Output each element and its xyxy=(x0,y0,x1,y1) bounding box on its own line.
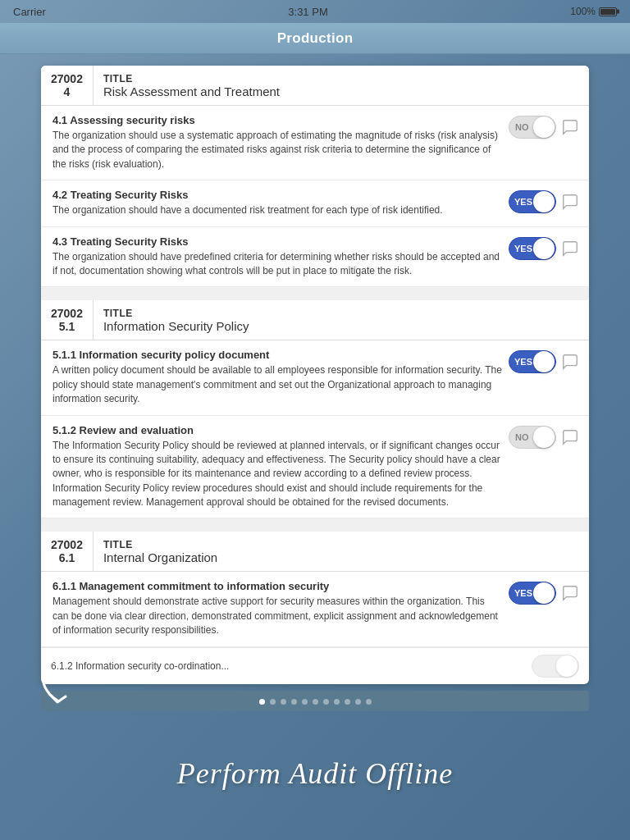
item-4-2-row: 4.2 Treating Security Risks The organiza… xyxy=(41,180,589,226)
item-4-1-toggle[interactable]: NO xyxy=(509,116,556,139)
item-4-1-row: 4.1 Assessing security risks The organiz… xyxy=(41,106,589,180)
item-4-2-toggle-label: YES xyxy=(514,197,532,207)
section-5-title-text: Information Security Policy xyxy=(103,319,579,333)
item-5-1-1-controls: YES xyxy=(509,349,579,373)
item-6-1-1-toggle-knob xyxy=(533,582,555,604)
item-5-1-1-heading: 5.1.1 Information security policy docume… xyxy=(52,349,502,361)
section-6-header: 27002 6.1 TITLE Internal Organization xyxy=(41,532,589,572)
section-5-title-label: TITLE xyxy=(103,308,579,319)
item-4-3-text: 4.3 Treating Security Risks The organiza… xyxy=(52,235,502,279)
section-6-title-label: TITLE xyxy=(103,539,579,550)
section-4-title-label: TITLE xyxy=(103,73,579,84)
item-4-3-body: The organization should have predefined … xyxy=(52,250,502,279)
item-4-1-text: 4.1 Assessing security risks The organiz… xyxy=(52,114,502,171)
perform-audit-text: Perform Audit Offline xyxy=(177,757,453,790)
page-dot-8[interactable] xyxy=(345,699,350,705)
content-area: 27002 4 TITLE Risk Assessment and Treatm… xyxy=(41,66,589,684)
item-5-1-2-controls: NO xyxy=(509,424,579,449)
truncated-item-row: 6.1.2 Information security co-ordination… xyxy=(41,647,589,684)
item-4-1-toggle-label: NO xyxy=(515,122,529,132)
item-4-3-toggle-label: YES xyxy=(514,244,532,253)
item-4-2-heading: 4.2 Treating Security Risks xyxy=(52,189,502,201)
item-6-1-1-comment-icon[interactable] xyxy=(561,584,579,602)
perform-audit-container: Perform Audit Offline xyxy=(0,756,630,791)
item-6-1-1-text: 6.1.1 Management commitment to informati… xyxy=(52,580,502,637)
item-4-3-row: 4.3 Treating Security Risks The organiza… xyxy=(41,227,589,288)
section-4-number-box: 27002 4 xyxy=(41,66,94,105)
page-dot-9[interactable] xyxy=(355,699,361,705)
page-dot-6[interactable] xyxy=(323,699,329,705)
item-5-1-2-toggle-label: NO xyxy=(515,432,529,442)
section-6-title-box: TITLE Internal Organization xyxy=(94,532,589,571)
page-dot-3[interactable] xyxy=(291,699,297,705)
item-5-1-2-heading: 5.1.2 Review and evaluation xyxy=(52,424,502,436)
section-5-title-box: TITLE Information Security Policy xyxy=(94,300,589,340)
page-dot-2[interactable] xyxy=(281,699,286,705)
item-4-3-toggle-knob xyxy=(533,238,555,259)
section-5-number-top: 27002 xyxy=(51,307,83,320)
section-5-number-bottom: 5.1 xyxy=(59,320,75,333)
item-5-1-1-toggle-label: YES xyxy=(514,357,532,367)
item-5-1-1-text: 5.1.1 Information security policy docume… xyxy=(52,349,502,406)
item-6-1-1-toggle-label: YES xyxy=(514,588,532,598)
section-5-header: 27002 5.1 TITLE Information Security Pol… xyxy=(41,300,589,340)
page-dot-5[interactable] xyxy=(313,699,318,705)
item-4-2-text: 4.2 Treating Security Risks The organiza… xyxy=(52,189,502,217)
page-dot-10[interactable] xyxy=(366,699,372,705)
page-dot-4[interactable] xyxy=(302,699,308,705)
nav-bar: Production xyxy=(0,23,630,54)
truncated-toggle[interactable] xyxy=(532,655,579,678)
section-6-number-bottom: 6.1 xyxy=(59,551,75,564)
item-4-3-comment-icon[interactable] xyxy=(561,240,579,258)
item-4-2-toggle-knob xyxy=(533,191,555,212)
carrier-label: Carrier xyxy=(13,6,46,18)
item-6-1-1-row: 6.1.1 Management commitment to informati… xyxy=(41,572,589,646)
item-5-1-1-row: 5.1.1 Information security policy docume… xyxy=(41,340,589,415)
item-4-3-heading: 4.3 Treating Security Risks xyxy=(52,235,502,248)
item-4-2-toggle[interactable]: YES xyxy=(509,190,556,213)
bottom-area: Perform Audit Offline xyxy=(0,711,630,719)
time-label: 3:31 PM xyxy=(288,6,327,18)
status-bar: Carrier 3:31 PM 100% xyxy=(0,0,630,23)
section-4-number-top: 27002 xyxy=(51,72,83,85)
section-4-header: 27002 4 TITLE Risk Assessment and Treatm… xyxy=(41,66,589,106)
battery-area: 100% xyxy=(570,6,617,17)
item-4-1-heading: 4.1 Assessing security risks xyxy=(52,114,502,126)
battery-icon xyxy=(599,7,617,16)
item-5-1-2-toggle[interactable]: NO xyxy=(509,426,556,449)
item-5-1-2-text: 5.1.2 Review and evaluation The Informat… xyxy=(52,424,502,510)
section-4-title-box: TITLE Risk Assessment and Treatment xyxy=(94,66,589,105)
item-6-1-1-body: Management should demonstrate active sup… xyxy=(52,595,502,637)
item-4-2-comment-icon[interactable] xyxy=(561,193,579,211)
item-4-3-controls: YES xyxy=(509,235,579,260)
item-4-2-body: The organization should have a documente… xyxy=(52,203,502,217)
section-6-title-text: Internal Organization xyxy=(103,550,579,564)
page-dot-7[interactable] xyxy=(334,699,340,705)
truncated-toggle-knob xyxy=(556,655,578,677)
item-4-2-controls: YES xyxy=(509,189,579,213)
item-6-1-1-heading: 6.1.1 Management commitment to informati… xyxy=(52,580,502,592)
item-6-1-1-toggle[interactable]: YES xyxy=(509,582,556,605)
item-5-1-1-comment-icon[interactable] xyxy=(561,353,579,371)
page-dot-1[interactable] xyxy=(270,699,276,705)
section-4-number-bottom: 4 xyxy=(64,85,71,98)
item-6-1-1-controls: YES xyxy=(509,580,579,605)
item-4-3-toggle[interactable]: YES xyxy=(509,237,556,260)
page-dot-0[interactable] xyxy=(259,699,265,705)
item-5-1-1-toggle[interactable]: YES xyxy=(509,350,556,373)
item-4-1-toggle-knob xyxy=(533,116,555,138)
spacer-2 xyxy=(41,518,589,532)
truncated-item-text: 6.1.2 Information security co-ordination… xyxy=(51,660,525,672)
page-dots xyxy=(41,691,589,711)
item-5-1-2-body: The Information Security Policy should b… xyxy=(52,439,502,510)
item-5-1-1-toggle-knob xyxy=(533,351,555,372)
item-5-1-2-comment-icon[interactable] xyxy=(561,428,579,446)
arrow-decoration xyxy=(25,643,90,709)
section-6-number-box: 27002 6.1 xyxy=(41,532,94,571)
battery-percent: 100% xyxy=(570,6,596,17)
spacer-1 xyxy=(41,287,589,300)
section-6-number-top: 27002 xyxy=(51,538,83,551)
item-4-1-comment-icon[interactable] xyxy=(561,118,579,136)
item-5-1-2-toggle-knob xyxy=(533,427,555,448)
section-5-number-box: 27002 5.1 xyxy=(41,300,94,340)
